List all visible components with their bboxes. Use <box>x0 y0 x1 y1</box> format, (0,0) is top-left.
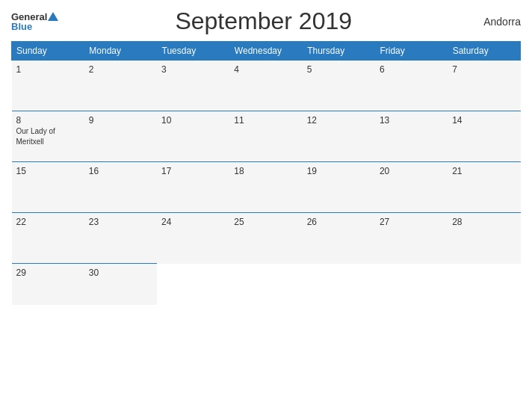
day-number: 11 <box>234 115 297 126</box>
day-cell: 30 <box>84 264 157 305</box>
calendar-title: September 2019 <box>58 7 468 35</box>
day-cell <box>229 264 302 305</box>
day-cell: 5 <box>303 61 375 111</box>
day-cell: 15 <box>12 162 84 213</box>
day-cell <box>375 264 448 305</box>
week-row-1: 1234567 <box>12 61 521 111</box>
day-number: 23 <box>89 217 152 227</box>
logo: General Blue <box>11 11 58 32</box>
day-number: 1 <box>16 64 80 75</box>
day-number: 8 <box>16 115 80 126</box>
header-monday: Monday <box>84 42 157 61</box>
day-number: 20 <box>380 166 443 176</box>
week-row-4: 22232425262728 <box>12 213 521 264</box>
day-number: 19 <box>307 166 371 176</box>
logo-blue: Blue <box>11 21 32 32</box>
header-tuesday: Tuesday <box>157 42 229 61</box>
day-number: 16 <box>89 166 152 176</box>
day-cell: 17 <box>157 162 229 213</box>
week-row-3: 15161718192021 <box>12 162 521 213</box>
day-cell: 4 <box>229 61 302 111</box>
day-cell: 7 <box>448 61 520 111</box>
day-cell: 1 <box>12 61 84 111</box>
header-sunday: Sunday <box>12 42 84 61</box>
day-number: 22 <box>16 217 80 227</box>
day-number: 3 <box>161 64 225 75</box>
day-cell: 12 <box>303 111 375 162</box>
day-number: 21 <box>452 166 516 176</box>
day-cell: 2 <box>84 61 157 111</box>
day-number: 24 <box>161 217 225 227</box>
calendar-header: General Blue September 2019 Andorra <box>11 7 521 35</box>
header-wednesday: Wednesday <box>229 42 302 61</box>
week-row-2: 8Our Lady of Meritxell91011121314 <box>12 111 521 162</box>
day-cell: 22 <box>12 213 84 264</box>
day-cell: 11 <box>229 111 302 162</box>
day-number: 18 <box>234 166 297 176</box>
day-cell <box>157 264 229 305</box>
country-name: Andorra <box>468 16 521 28</box>
day-cell: 27 <box>375 213 448 264</box>
day-cell: 20 <box>375 162 448 213</box>
day-number: 9 <box>89 115 152 126</box>
day-number: 10 <box>161 115 225 126</box>
day-cell: 23 <box>84 213 157 264</box>
calendar-table: Sunday Monday Tuesday Wednesday Thursday… <box>11 41 521 305</box>
day-number: 4 <box>234 64 297 75</box>
day-number: 29 <box>16 268 80 278</box>
day-cell: 21 <box>448 162 520 213</box>
day-number: 26 <box>307 217 371 227</box>
day-number: 12 <box>307 115 371 126</box>
day-number: 13 <box>380 115 443 126</box>
day-number: 5 <box>307 64 371 75</box>
day-cell: 19 <box>303 162 375 213</box>
day-number: 17 <box>161 166 225 176</box>
day-number: 27 <box>380 217 443 227</box>
day-cell <box>303 264 375 305</box>
day-cell: 28 <box>448 213 520 264</box>
day-cell: 8Our Lady of Meritxell <box>12 111 84 162</box>
day-number: 6 <box>380 64 443 75</box>
day-cell: 26 <box>303 213 375 264</box>
day-number: 7 <box>452 64 516 75</box>
day-cell: 13 <box>375 111 448 162</box>
holiday-name: Our Lady of Meritxell <box>16 127 55 146</box>
day-number: 30 <box>89 268 152 278</box>
day-cell: 14 <box>448 111 520 162</box>
day-cell: 18 <box>229 162 302 213</box>
day-number: 15 <box>16 166 80 176</box>
logo-triangle-icon <box>48 12 58 21</box>
calendar-page: General Blue September 2019 Andorra Sund… <box>0 0 532 411</box>
day-cell: 29 <box>12 264 84 305</box>
day-cell: 25 <box>229 213 302 264</box>
weekday-header-row: Sunday Monday Tuesday Wednesday Thursday… <box>12 42 521 61</box>
day-number: 25 <box>234 217 297 227</box>
day-cell: 6 <box>375 61 448 111</box>
day-number: 2 <box>89 64 152 75</box>
day-cell: 24 <box>157 213 229 264</box>
header-thursday: Thursday <box>303 42 375 61</box>
day-number: 14 <box>452 115 516 126</box>
day-number: 28 <box>452 217 516 227</box>
day-cell <box>448 264 520 305</box>
day-cell: 9 <box>84 111 157 162</box>
header-friday: Friday <box>375 42 448 61</box>
day-cell: 3 <box>157 61 229 111</box>
header-saturday: Saturday <box>448 42 520 61</box>
day-cell: 10 <box>157 111 229 162</box>
day-cell: 16 <box>84 162 157 213</box>
week-row-5: 2930 <box>12 264 521 305</box>
